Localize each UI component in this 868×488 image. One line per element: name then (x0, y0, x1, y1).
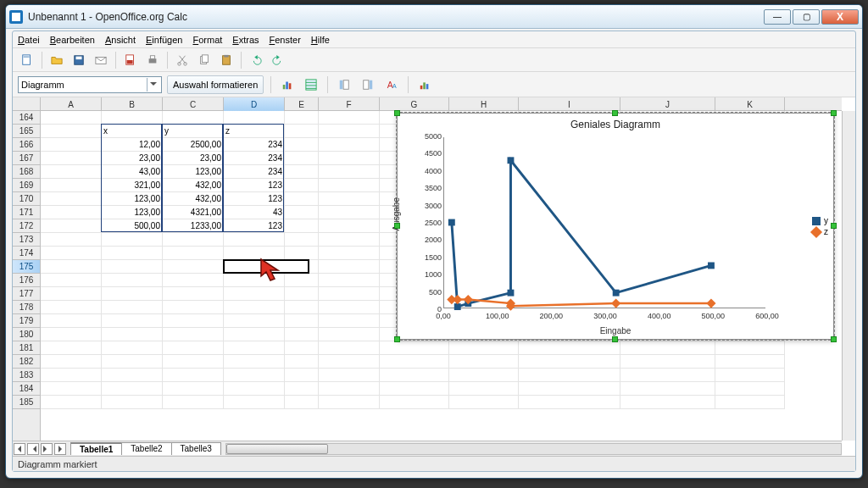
row-header-182[interactable]: 182 (13, 355, 40, 369)
row-header-175[interactable]: 175 (13, 260, 40, 274)
menu-extras[interactable]: Extras (232, 35, 259, 45)
menubar[interactable]: DateiBearbeitenAnsichtEinfügenFormatExtr… (13, 31, 855, 48)
chart-data-icon[interactable] (415, 75, 434, 94)
tab-nav-prev[interactable] (27, 443, 39, 455)
x-tick: 400,00 (648, 312, 671, 320)
resize-handle[interactable] (612, 110, 618, 116)
y-tick: 3000 (423, 202, 442, 210)
row-header-169[interactable]: 169 (13, 179, 40, 192)
tab-nav-last[interactable] (54, 443, 66, 455)
col-header-H[interactable]: H (449, 97, 519, 111)
row-header-176[interactable]: 176 (13, 274, 40, 287)
sheet-tab-tabelle1[interactable]: Tabelle1 (70, 442, 122, 455)
menu-einfügen[interactable]: Einfügen (146, 35, 182, 45)
row-headers[interactable]: 1641651661671681691701711721731741751761… (13, 111, 41, 441)
row-header-165[interactable]: 165 (13, 125, 40, 138)
row-header-179[interactable]: 179 (13, 314, 40, 328)
paste-icon[interactable] (217, 51, 236, 69)
legend-right-icon[interactable] (359, 75, 377, 94)
row-header-170[interactable]: 170 (13, 192, 40, 206)
chart-object[interactable]: Geniales Diagramm Ausgabe Eingabe y z (397, 113, 834, 340)
tab-nav-first[interactable] (14, 443, 25, 455)
row-header-168[interactable]: 168 (13, 165, 40, 179)
tab-nav-next[interactable] (41, 443, 53, 455)
svg-rect-31 (508, 290, 515, 297)
col-header-G[interactable]: G (380, 97, 449, 111)
row-header-183[interactable]: 183 (13, 369, 40, 382)
col-header-C[interactable]: C (163, 97, 224, 111)
menu-hilfe[interactable]: Hilfe (311, 35, 330, 45)
chart-type-icon[interactable] (278, 75, 297, 94)
print-icon[interactable] (143, 51, 162, 69)
resize-handle[interactable] (831, 336, 837, 342)
spreadsheet[interactable]: ABCDEFGHIJK 1641651661671681691701711721… (13, 97, 855, 471)
row-header-172[interactable]: 172 (13, 219, 40, 233)
resize-handle[interactable] (394, 336, 400, 342)
col-header-A[interactable]: A (41, 97, 102, 111)
row-header-184[interactable]: 184 (13, 382, 40, 396)
undo-icon[interactable] (247, 51, 265, 69)
chart-plot-area[interactable] (443, 137, 765, 308)
object-name-combo[interactable]: Diagramm (18, 76, 162, 93)
column-headers[interactable]: ABCDEFGHIJK (13, 97, 842, 111)
col-header-J[interactable]: J (620, 97, 715, 111)
status-text: Diagramm markiert (18, 459, 97, 469)
row-header-171[interactable]: 171 (13, 206, 40, 219)
row-header-181[interactable]: 181 (13, 341, 40, 355)
col-header-F[interactable]: F (319, 97, 380, 111)
resize-handle[interactable] (394, 110, 400, 116)
text-scale-icon[interactable]: AA (382, 75, 401, 94)
open-icon[interactable] (47, 51, 66, 69)
select-all-corner[interactable] (13, 97, 41, 111)
row-header-174[interactable]: 174 (13, 247, 40, 260)
format-selection-button[interactable]: Auswahl formatieren (167, 75, 264, 94)
resize-handle[interactable] (831, 223, 837, 229)
row-header-166[interactable]: 166 (13, 138, 40, 152)
menu-ansicht[interactable]: Ansicht (105, 35, 136, 45)
menu-format[interactable]: Format (192, 35, 222, 45)
chart-x-axis-label: Eingabe (600, 326, 632, 336)
col-header-E[interactable]: E (285, 97, 319, 111)
col-header-D[interactable]: D (224, 97, 285, 111)
redo-icon[interactable] (269, 51, 287, 69)
minimize-button[interactable]: — (764, 9, 791, 25)
resize-handle[interactable] (394, 223, 400, 229)
x-tick: 300,00 (593, 312, 617, 320)
col-header-I[interactable]: I (519, 97, 620, 111)
svg-rect-32 (508, 157, 515, 164)
menu-datei[interactable]: Datei (18, 35, 40, 45)
svg-text:A: A (392, 82, 397, 88)
titlebar[interactable]: Unbenannt 1 - OpenOffice.org Calc — ▢ X (6, 5, 862, 29)
row-header-180[interactable]: 180 (13, 328, 40, 341)
cut-icon[interactable] (173, 51, 192, 69)
sheet-tab-tabelle2[interactable]: Tabelle2 (121, 442, 171, 455)
chart-grid-h-icon[interactable] (302, 75, 320, 94)
row-header-173[interactable]: 173 (13, 233, 40, 247)
save-icon[interactable] (70, 51, 88, 69)
export-pdf-icon[interactable] (121, 51, 140, 69)
resize-handle[interactable] (612, 336, 618, 342)
row-header-178[interactable]: 178 (13, 301, 40, 314)
svg-rect-15 (283, 85, 286, 89)
maximize-button[interactable]: ▢ (793, 9, 820, 25)
copy-icon[interactable] (195, 51, 214, 69)
row-header-185[interactable]: 185 (13, 396, 40, 409)
email-icon[interactable] (92, 51, 110, 69)
new-doc-icon[interactable] (18, 51, 36, 69)
resize-handle[interactable] (831, 110, 837, 116)
legend-left-icon[interactable] (335, 75, 353, 94)
col-header-K[interactable]: K (715, 97, 785, 111)
x-tick: 0,00 (436, 312, 451, 320)
menu-fenster[interactable]: Fenster (270, 35, 301, 45)
row-header-177[interactable]: 177 (13, 287, 40, 301)
row-header-167[interactable]: 167 (13, 152, 40, 165)
col-header-B[interactable]: B (102, 97, 163, 111)
row-header-164[interactable]: 164 (13, 111, 40, 125)
horizontal-scrollbar[interactable] (225, 443, 842, 455)
vertical-scrollbar[interactable] (842, 111, 855, 441)
chevron-down-icon[interactable] (147, 78, 159, 92)
sheet-tab-tabelle3[interactable]: Tabelle3 (171, 442, 221, 455)
scrollbar-thumb[interactable] (226, 444, 328, 454)
close-button[interactable]: X (821, 9, 859, 25)
menu-bearbeiten[interactable]: Bearbeiten (50, 35, 95, 45)
